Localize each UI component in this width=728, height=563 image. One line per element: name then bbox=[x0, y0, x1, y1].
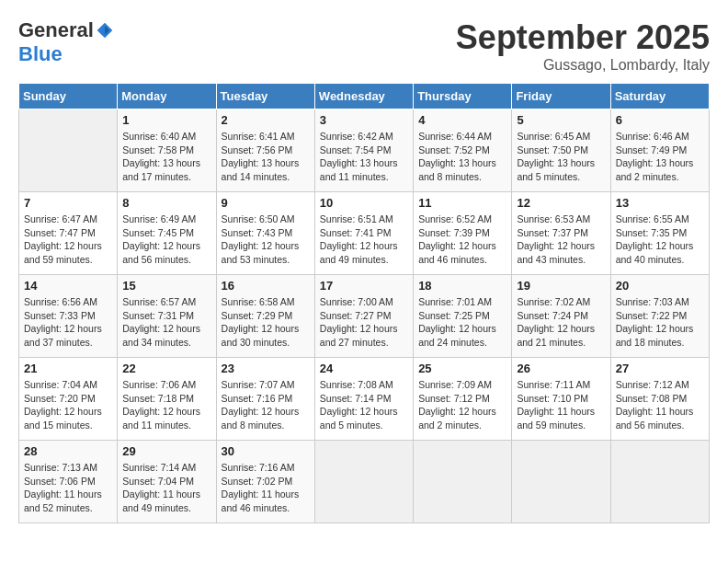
day-number: 23 bbox=[222, 362, 310, 375]
header-sunday: Sunday bbox=[19, 84, 118, 109]
calendar-cell: 23Sunrise: 7:07 AMSunset: 7:16 PMDayligh… bbox=[216, 358, 314, 441]
day-number: 7 bbox=[24, 196, 112, 210]
day-number: 8 bbox=[122, 196, 210, 210]
calendar-cell: 4Sunrise: 6:44 AMSunset: 7:52 PMDaylight… bbox=[414, 109, 512, 192]
day-info: Sunrise: 6:57 AMSunset: 7:31 PMDaylight:… bbox=[122, 295, 210, 350]
day-number: 25 bbox=[418, 362, 506, 375]
page-header: General Blue September 2025 Gussago, Lom… bbox=[18, 18, 710, 74]
day-number: 1 bbox=[122, 113, 210, 127]
calendar-cell: 18Sunrise: 7:01 AMSunset: 7:25 PMDayligh… bbox=[414, 275, 512, 358]
day-info: Sunrise: 6:52 AMSunset: 7:39 PMDaylight:… bbox=[418, 213, 506, 267]
day-info: Sunrise: 7:16 AMSunset: 7:02 PMDaylight:… bbox=[222, 461, 310, 515]
day-info: Sunrise: 7:09 AMSunset: 7:12 PMDaylight:… bbox=[418, 378, 506, 432]
calendar-cell bbox=[512, 441, 610, 523]
day-info: Sunrise: 7:01 AMSunset: 7:25 PMDaylight:… bbox=[418, 295, 506, 350]
header-tuesday: Tuesday bbox=[216, 84, 314, 109]
day-info: Sunrise: 6:51 AMSunset: 7:41 PMDaylight:… bbox=[320, 213, 408, 267]
calendar-cell: 13Sunrise: 6:55 AMSunset: 7:35 PMDayligh… bbox=[610, 192, 709, 275]
week-row-0: 1Sunrise: 6:40 AMSunset: 7:58 PMDaylight… bbox=[19, 109, 710, 192]
week-row-1: 7Sunrise: 6:47 AMSunset: 7:47 PMDaylight… bbox=[19, 192, 710, 275]
logo-blue: Blue bbox=[18, 42, 63, 65]
day-info: Sunrise: 6:41 AMSunset: 7:56 PMDaylight:… bbox=[222, 130, 310, 184]
day-info: Sunrise: 6:56 AMSunset: 7:33 PMDaylight:… bbox=[24, 295, 112, 350]
day-info: Sunrise: 6:50 AMSunset: 7:43 PMDaylight:… bbox=[222, 213, 310, 267]
calendar-cell: 3Sunrise: 6:42 AMSunset: 7:54 PMDaylight… bbox=[314, 109, 413, 192]
calendar-cell: 14Sunrise: 6:56 AMSunset: 7:33 PMDayligh… bbox=[19, 275, 118, 358]
day-number: 18 bbox=[418, 279, 506, 293]
day-info: Sunrise: 6:49 AMSunset: 7:45 PMDaylight:… bbox=[122, 213, 210, 267]
day-info: Sunrise: 7:02 AMSunset: 7:24 PMDaylight:… bbox=[517, 295, 605, 350]
header-monday: Monday bbox=[118, 84, 216, 109]
day-number: 9 bbox=[222, 196, 310, 210]
day-number: 14 bbox=[24, 279, 112, 293]
day-number: 27 bbox=[616, 362, 704, 375]
day-number: 30 bbox=[222, 444, 310, 458]
day-number: 16 bbox=[222, 279, 310, 293]
day-number: 17 bbox=[320, 279, 408, 293]
calendar-cell bbox=[610, 441, 709, 523]
day-info: Sunrise: 6:58 AMSunset: 7:29 PMDaylight:… bbox=[222, 295, 310, 350]
calendar-cell: 2Sunrise: 6:41 AMSunset: 7:56 PMDaylight… bbox=[216, 109, 314, 192]
location: Gussago, Lombardy, Italy bbox=[456, 57, 710, 74]
month-title: September 2025 bbox=[456, 18, 710, 57]
day-number: 21 bbox=[24, 362, 112, 375]
header-thursday: Thursday bbox=[414, 84, 512, 109]
calendar-cell bbox=[414, 441, 512, 523]
day-info: Sunrise: 7:07 AMSunset: 7:16 PMDaylight:… bbox=[222, 378, 310, 432]
day-info: Sunrise: 7:00 AMSunset: 7:27 PMDaylight:… bbox=[320, 295, 408, 350]
day-info: Sunrise: 7:06 AMSunset: 7:18 PMDaylight:… bbox=[122, 378, 210, 432]
calendar-cell: 25Sunrise: 7:09 AMSunset: 7:12 PMDayligh… bbox=[414, 358, 512, 441]
day-info: Sunrise: 6:42 AMSunset: 7:54 PMDaylight:… bbox=[320, 130, 408, 184]
week-row-2: 14Sunrise: 6:56 AMSunset: 7:33 PMDayligh… bbox=[19, 275, 710, 358]
day-number: 29 bbox=[122, 444, 210, 458]
day-info: Sunrise: 7:08 AMSunset: 7:14 PMDaylight:… bbox=[320, 378, 408, 432]
day-info: Sunrise: 6:45 AMSunset: 7:50 PMDaylight:… bbox=[517, 130, 605, 184]
day-number: 19 bbox=[517, 279, 605, 293]
day-info: Sunrise: 6:55 AMSunset: 7:35 PMDaylight:… bbox=[616, 213, 704, 267]
day-info: Sunrise: 6:53 AMSunset: 7:37 PMDaylight:… bbox=[517, 213, 605, 267]
title-block: September 2025 Gussago, Lombardy, Italy bbox=[456, 18, 710, 74]
day-info: Sunrise: 6:44 AMSunset: 7:52 PMDaylight:… bbox=[418, 130, 506, 184]
logo-icon bbox=[96, 21, 114, 40]
day-number: 28 bbox=[24, 444, 112, 458]
day-number: 11 bbox=[418, 196, 506, 210]
header-wednesday: Wednesday bbox=[314, 84, 413, 109]
calendar-cell: 10Sunrise: 6:51 AMSunset: 7:41 PMDayligh… bbox=[314, 192, 413, 275]
calendar-cell bbox=[19, 109, 118, 192]
calendar-cell: 24Sunrise: 7:08 AMSunset: 7:14 PMDayligh… bbox=[314, 358, 413, 441]
calendar-table: SundayMondayTuesdayWednesdayThursdayFrid… bbox=[18, 83, 710, 523]
day-number: 13 bbox=[616, 196, 704, 210]
day-info: Sunrise: 6:47 AMSunset: 7:47 PMDaylight:… bbox=[24, 213, 112, 267]
day-info: Sunrise: 7:11 AMSunset: 7:10 PMDaylight:… bbox=[517, 378, 605, 432]
week-row-3: 21Sunrise: 7:04 AMSunset: 7:20 PMDayligh… bbox=[19, 358, 710, 441]
day-info: Sunrise: 7:12 AMSunset: 7:08 PMDaylight:… bbox=[616, 378, 704, 432]
logo-general: General bbox=[18, 18, 94, 42]
day-number: 15 bbox=[122, 279, 210, 293]
day-number: 2 bbox=[222, 113, 310, 127]
logo: General Blue bbox=[18, 18, 114, 66]
day-info: Sunrise: 7:14 AMSunset: 7:04 PMDaylight:… bbox=[122, 461, 210, 515]
day-number: 5 bbox=[517, 113, 605, 127]
week-row-4: 28Sunrise: 7:13 AMSunset: 7:06 PMDayligh… bbox=[19, 441, 710, 523]
calendar-cell: 1Sunrise: 6:40 AMSunset: 7:58 PMDaylight… bbox=[118, 109, 216, 192]
calendar-cell: 21Sunrise: 7:04 AMSunset: 7:20 PMDayligh… bbox=[19, 358, 118, 441]
calendar-cell bbox=[314, 441, 413, 523]
calendar-cell: 20Sunrise: 7:03 AMSunset: 7:22 PMDayligh… bbox=[610, 275, 709, 358]
calendar-cell: 9Sunrise: 6:50 AMSunset: 7:43 PMDaylight… bbox=[216, 192, 314, 275]
calendar-cell: 8Sunrise: 6:49 AMSunset: 7:45 PMDaylight… bbox=[118, 192, 216, 275]
day-number: 6 bbox=[616, 113, 704, 127]
day-number: 10 bbox=[320, 196, 408, 210]
calendar-cell: 6Sunrise: 6:46 AMSunset: 7:49 PMDaylight… bbox=[610, 109, 709, 192]
day-number: 12 bbox=[517, 196, 605, 210]
calendar-cell: 12Sunrise: 6:53 AMSunset: 7:37 PMDayligh… bbox=[512, 192, 610, 275]
calendar-cell: 16Sunrise: 6:58 AMSunset: 7:29 PMDayligh… bbox=[216, 275, 314, 358]
calendar-cell: 11Sunrise: 6:52 AMSunset: 7:39 PMDayligh… bbox=[414, 192, 512, 275]
header-row: SundayMondayTuesdayWednesdayThursdayFrid… bbox=[19, 84, 710, 109]
calendar-cell: 15Sunrise: 6:57 AMSunset: 7:31 PMDayligh… bbox=[118, 275, 216, 358]
day-number: 20 bbox=[616, 279, 704, 293]
calendar-cell: 19Sunrise: 7:02 AMSunset: 7:24 PMDayligh… bbox=[512, 275, 610, 358]
day-info: Sunrise: 6:46 AMSunset: 7:49 PMDaylight:… bbox=[616, 130, 704, 184]
calendar-cell: 22Sunrise: 7:06 AMSunset: 7:18 PMDayligh… bbox=[118, 358, 216, 441]
calendar-cell: 17Sunrise: 7:00 AMSunset: 7:27 PMDayligh… bbox=[314, 275, 413, 358]
calendar-cell: 26Sunrise: 7:11 AMSunset: 7:10 PMDayligh… bbox=[512, 358, 610, 441]
